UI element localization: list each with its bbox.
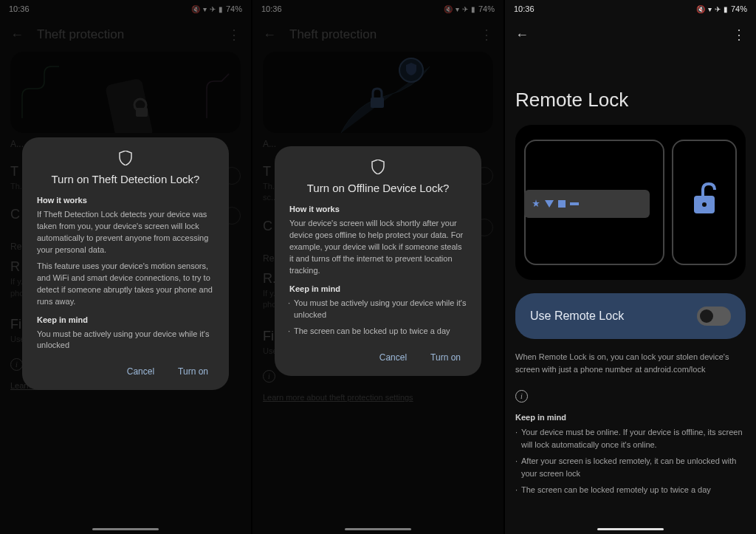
dialog-bullet: The screen can be locked up to twice a d…: [289, 326, 467, 338]
content: Remote Lock: [505, 52, 756, 534]
info-icon[interactable]: i: [515, 390, 528, 403]
dialog-text: Your device's screen will lock shortly a…: [289, 218, 467, 277]
remote-lock-toggle-card[interactable]: Use Remote Lock: [515, 293, 746, 339]
status-time: 10:36: [514, 4, 535, 13]
dialog-heading: Keep in mind: [289, 284, 467, 293]
nav-pill[interactable]: [597, 528, 664, 530]
status-right: 🔇 ▾ ✈ ▮ 74%: [696, 4, 747, 13]
toggle-label: Use Remote Lock: [530, 309, 624, 323]
battery-pct: 74%: [731, 4, 747, 13]
turn-on-button[interactable]: Turn on: [175, 362, 211, 381]
dialog-text: You must be actively using your device w…: [37, 329, 214, 352]
kim-bullet: Your device must be online. If your devi…: [515, 426, 746, 451]
status-bar: 10:36 🔇 ▾ ✈ ▮ 74%: [505, 0, 756, 18]
screen-remote-lock: 10:36 🔇 ▾ ✈ ▮ 74% ← ⋮ Remote Lock: [505, 0, 756, 534]
app-bar: ← ⋮: [505, 18, 756, 52]
remote-lock-description: When Remote Lock is on, you can lock you…: [515, 351, 746, 375]
svg-point-8: [702, 202, 707, 207]
page-heading: Remote Lock: [515, 89, 746, 112]
screen-theft-detection: 10:36 🔇 ▾ ✈ ▮ 74% ← Theft protection ⋮ A…: [0, 0, 251, 534]
keep-in-mind-heading: Keep in mind: [515, 413, 746, 422]
device-frame-left: [524, 140, 664, 265]
dialog-title: Turn on Offline Device Lock?: [289, 182, 467, 194]
screen-offline-lock: 10:36 🔇 ▾ ✈ ▮ 74% ← Theft protection ⋮ A…: [252, 0, 504, 534]
dialog-offline-lock: Turn on Offline Device Lock? How it work…: [275, 146, 481, 376]
hero-illustration: [515, 125, 746, 280]
airplane-icon: ✈: [715, 5, 721, 13]
dialog-title: Turn on Theft Detection Lock?: [37, 173, 214, 185]
kim-bullet: After your screen is locked remotely, it…: [515, 455, 746, 479]
back-icon[interactable]: ←: [512, 24, 532, 46]
svg-rect-6: [570, 202, 579, 205]
mute-icon: 🔇: [696, 5, 705, 13]
dialog-bullet: You must be actively using your device w…: [289, 298, 467, 321]
dialog-theft-detection: Turn on Theft Detection Lock? How it wor…: [22, 137, 229, 390]
shield-icon: [289, 160, 467, 174]
toggle-switch[interactable]: [697, 307, 731, 326]
battery-icon: ▮: [724, 5, 728, 13]
wifi-icon: ▾: [708, 5, 712, 13]
device-frame-right: [672, 140, 737, 265]
dialog-heading: How it works: [289, 205, 467, 213]
cancel-button[interactable]: Cancel: [124, 362, 157, 381]
kim-bullet: The screen can be locked remotely up to …: [515, 484, 746, 496]
password-field-illustration: [524, 190, 650, 218]
cancel-button[interactable]: Cancel: [377, 348, 410, 367]
dialog-heading: Keep in mind: [37, 315, 214, 324]
menu-icon[interactable]: ⋮: [729, 24, 749, 46]
unlock-icon: [690, 182, 719, 218]
shield-icon: [37, 151, 214, 165]
dialog-text: If Theft Detection Lock detects your dev…: [37, 209, 214, 256]
dialog-text: This feature uses your device's motion s…: [37, 261, 214, 308]
switch-knob: [700, 309, 713, 323]
svg-rect-5: [558, 200, 566, 208]
dialog-heading: How it works: [37, 196, 214, 205]
turn-on-button[interactable]: Turn on: [427, 348, 464, 367]
